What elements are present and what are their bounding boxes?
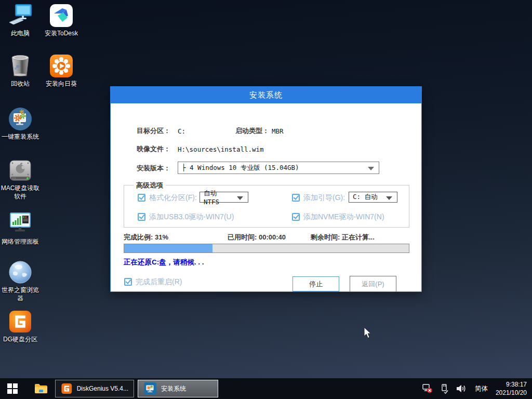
nvme-driver-checkbox[interactable]	[292, 213, 300, 221]
desktop-icon-label: 安装向日葵	[46, 80, 77, 88]
nvme-driver-label: 添加NVME驱动-WIN7(N)	[303, 212, 384, 222]
chevron-down-icon	[237, 196, 243, 200]
dialog-title: 安装系统	[111, 87, 421, 103]
folder-icon	[34, 383, 48, 394]
reinstall-system-icon	[8, 107, 33, 131]
usb3-driver-label: 添加USB3.0驱动-WIN7(U)	[149, 212, 234, 222]
taskbar-task-install-system[interactable]: 安装系统	[138, 380, 218, 397]
image-file-value: H:\sources\install.wim	[178, 145, 264, 153]
restart-after-checkbox[interactable]	[124, 278, 132, 286]
sunflower-icon	[49, 54, 74, 78]
desktop-icon-this-pc[interactable]: 此电脑	[0, 3, 41, 38]
format-partition-label: 格式化分区(F):	[149, 193, 197, 203]
add-boot-label: 添加引导(G):	[303, 193, 345, 203]
volume-icon[interactable]	[456, 384, 467, 393]
boot-target-select[interactable]: C: 自动	[349, 192, 397, 203]
network-disconnected-icon[interactable]	[422, 384, 433, 393]
back-button[interactable]: 返回(P)	[350, 276, 396, 292]
desktop-icon-label: DG硬盘分区	[3, 336, 37, 344]
mac-drive-icon	[8, 158, 33, 183]
stop-button[interactable]: 停止	[292, 276, 339, 291]
diskgenius-icon	[8, 309, 33, 334]
desktop-icon-install-todesk[interactable]: 安装ToDesk	[38, 3, 84, 38]
boot-type-value: MBR	[272, 127, 284, 135]
taskbar-task-diskgenius[interactable]: DiskGenius V5.4...	[55, 380, 134, 397]
progress-percent-label: 完成比例: 31%	[124, 233, 168, 242]
desktop-icon-world-browser[interactable]: 世界之窗浏览器	[0, 260, 41, 302]
ime-indicator[interactable]: 简体	[475, 384, 488, 393]
format-type-value: 自动 NTFS	[204, 189, 235, 206]
advanced-options-legend: 高级选项	[134, 181, 166, 190]
advanced-options-group: 高级选项 格式化分区(F): 自动 NTFS 添加引导(G): C: 自动 添加…	[124, 185, 409, 228]
desktop-icon-label: 安装ToDesk	[45, 30, 78, 38]
chevron-down-icon	[368, 167, 374, 170]
desktop-icon-label: MAC硬盘读取软件	[0, 184, 41, 201]
task-label: 安装系统	[161, 384, 186, 393]
this-pc-icon	[8, 3, 33, 28]
target-partition-value: C:	[178, 127, 185, 135]
taskbar: DiskGenius V5.4... 安装系统	[0, 378, 532, 399]
install-version-select[interactable]: ├ 4 Windows 10 专业版 (15.04GB)	[178, 162, 379, 174]
desktop-icon-mac-disk-reader[interactable]: MAC硬盘读取软件	[0, 158, 41, 201]
desktop-icon-dg-partition[interactable]: DG硬盘分区	[0, 309, 41, 344]
target-partition-label: 目标分区：	[137, 126, 170, 136]
boot-type-label: 启动类型：	[235, 126, 269, 136]
tray-time: 9:38:17	[496, 380, 527, 389]
tray-clock[interactable]: 9:38:17 2021/10/20	[496, 380, 527, 397]
desktop-icon-recycle-bin[interactable]: 回收站	[0, 54, 41, 88]
todesk-icon	[49, 3, 74, 28]
dialog-body: 目标分区： C: 启动类型： MBR 映像文件： H:\sources\inst…	[111, 103, 421, 292]
usb3-driver-checkbox[interactable]	[138, 213, 145, 221]
desktop-icon-label: 一键重装系统	[2, 133, 39, 141]
install-system-dialog: 安装系统 目标分区： C: 启动类型： MBR 映像文件： H:\sources…	[110, 86, 422, 292]
desktop-icon-label: 网络管理面板	[2, 238, 39, 246]
add-boot-checkbox[interactable]	[292, 194, 300, 202]
desktop-icon-label: 世界之窗浏览器	[0, 286, 41, 302]
system-tray: 简体 9:38:17 2021/10/20	[422, 380, 532, 397]
desktop-icon-label: 回收站	[11, 80, 30, 88]
network-panel-icon	[8, 211, 33, 236]
install-version-value: ├ 4 Windows 10 专业版 (15.04GB)	[182, 164, 299, 172]
start-button[interactable]	[0, 378, 24, 399]
diskgenius-task-icon	[61, 382, 73, 395]
progress-bar	[124, 244, 409, 253]
tray-date: 2021/10/20	[496, 389, 527, 397]
install-system-task-icon	[143, 382, 157, 395]
boot-target-value: C: 自动	[353, 193, 378, 202]
recycle-bin-icon	[8, 54, 33, 78]
desktop-icon-label: 此电脑	[11, 30, 30, 38]
usb-remove-icon[interactable]	[441, 384, 448, 394]
desktop-icon-one-click-reinstall[interactable]: 一键重装系统	[0, 107, 41, 141]
restart-after-label: 完成后重启(R)	[136, 277, 182, 287]
desktop-icon-install-sunflower[interactable]: 安装向日葵	[38, 54, 84, 88]
windows-logo-icon	[7, 383, 18, 394]
elapsed-time-label: 已用时间: 00:00:40	[228, 233, 286, 242]
status-message: 正在还原C:盘，请稍候. . .	[124, 258, 204, 267]
task-label: DiskGenius V5.4...	[77, 385, 128, 392]
format-type-select[interactable]: 自动 NTFS	[200, 192, 248, 203]
format-partition-checkbox[interactable]	[138, 194, 145, 202]
globe-browser-icon	[8, 260, 33, 285]
mouse-cursor	[364, 327, 372, 341]
progress-bar-fill	[124, 244, 212, 252]
chevron-down-icon	[386, 196, 392, 200]
desktop-icon-network-panel[interactable]: 网络管理面板	[0, 211, 41, 246]
remaining-time-label: 剩余时间: 正在计算...	[311, 233, 375, 242]
image-file-label: 映像文件：	[137, 144, 170, 154]
file-explorer-button[interactable]	[31, 378, 51, 399]
install-version-label: 安装版本：	[137, 164, 170, 173]
